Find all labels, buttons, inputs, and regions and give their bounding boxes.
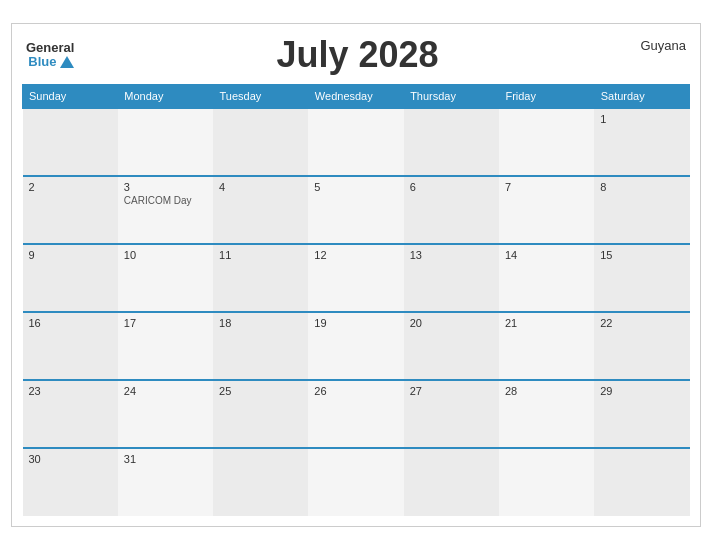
day-number: 22 — [600, 317, 683, 329]
calendar-cell: 21 — [499, 312, 594, 380]
calendar-cell — [118, 108, 213, 176]
day-number: 28 — [505, 385, 588, 397]
calendar-cell: 11 — [213, 244, 308, 312]
day-number: 8 — [600, 181, 683, 193]
calendar-cell: 24 — [118, 380, 213, 448]
day-number: 23 — [29, 385, 112, 397]
calendar-cell: 3CARICOM Day — [118, 176, 213, 244]
calendar-cell: 29 — [594, 380, 689, 448]
calendar-cell: 27 — [404, 380, 499, 448]
calendar-cell: 16 — [23, 312, 118, 380]
day-number: 3 — [124, 181, 207, 193]
calendar-cell — [404, 108, 499, 176]
calendar-week-row: 1 — [23, 108, 690, 176]
day-number: 24 — [124, 385, 207, 397]
calendar-week-row: 9101112131415 — [23, 244, 690, 312]
calendar-cell — [308, 108, 403, 176]
calendar-cell — [23, 108, 118, 176]
weekday-header-thursday: Thursday — [404, 85, 499, 109]
day-number: 26 — [314, 385, 397, 397]
calendar-cell: 15 — [594, 244, 689, 312]
calendar-cell: 4 — [213, 176, 308, 244]
calendar-cell — [499, 448, 594, 516]
calendar-cell: 2 — [23, 176, 118, 244]
day-number: 21 — [505, 317, 588, 329]
calendar-cell: 12 — [308, 244, 403, 312]
calendar-cell — [213, 448, 308, 516]
country-name: Guyana — [640, 34, 686, 53]
calendar-week-row: 23242526272829 — [23, 380, 690, 448]
day-number: 27 — [410, 385, 493, 397]
calendar-cell: 20 — [404, 312, 499, 380]
day-number: 2 — [29, 181, 112, 193]
calendar-cell: 19 — [308, 312, 403, 380]
calendar-cell: 26 — [308, 380, 403, 448]
day-number: 16 — [29, 317, 112, 329]
calendar-cell — [594, 448, 689, 516]
calendar-cell: 13 — [404, 244, 499, 312]
day-number: 7 — [505, 181, 588, 193]
calendar-cell: 22 — [594, 312, 689, 380]
calendar-cell: 28 — [499, 380, 594, 448]
day-number: 25 — [219, 385, 302, 397]
day-number: 10 — [124, 249, 207, 261]
day-number: 20 — [410, 317, 493, 329]
logo-blue-text: Blue — [28, 55, 56, 69]
day-number: 12 — [314, 249, 397, 261]
calendar-cell — [499, 108, 594, 176]
calendar-cell: 14 — [499, 244, 594, 312]
calendar-cell: 25 — [213, 380, 308, 448]
weekday-header-saturday: Saturday — [594, 85, 689, 109]
logo-general-text: General — [26, 41, 74, 55]
logo-triangle-icon — [60, 56, 74, 68]
day-number: 29 — [600, 385, 683, 397]
day-number: 9 — [29, 249, 112, 261]
calendar-cell — [308, 448, 403, 516]
weekday-header-tuesday: Tuesday — [213, 85, 308, 109]
calendar-cell: 6 — [404, 176, 499, 244]
calendar-container: General Blue July 2028 Guyana SundayMond… — [11, 23, 701, 527]
weekday-header-sunday: Sunday — [23, 85, 118, 109]
day-number: 17 — [124, 317, 207, 329]
day-number: 13 — [410, 249, 493, 261]
calendar-cell — [213, 108, 308, 176]
day-number: 18 — [219, 317, 302, 329]
weekday-header-row: SundayMondayTuesdayWednesdayThursdayFrid… — [23, 85, 690, 109]
calendar-cell: 7 — [499, 176, 594, 244]
day-number: 11 — [219, 249, 302, 261]
calendar-cell: 23 — [23, 380, 118, 448]
calendar-week-row: 16171819202122 — [23, 312, 690, 380]
calendar-cell: 30 — [23, 448, 118, 516]
weekday-header-friday: Friday — [499, 85, 594, 109]
calendar-week-row: 3031 — [23, 448, 690, 516]
calendar-grid: SundayMondayTuesdayWednesdayThursdayFrid… — [22, 84, 690, 516]
calendar-title: July 2028 — [74, 34, 640, 76]
calendar-cell: 5 — [308, 176, 403, 244]
event-label: CARICOM Day — [124, 195, 207, 206]
day-number: 15 — [600, 249, 683, 261]
logo: General Blue — [26, 41, 74, 70]
day-number: 14 — [505, 249, 588, 261]
day-number: 6 — [410, 181, 493, 193]
calendar-cell: 10 — [118, 244, 213, 312]
day-number: 19 — [314, 317, 397, 329]
calendar-cell: 18 — [213, 312, 308, 380]
calendar-header: General Blue July 2028 Guyana — [22, 34, 690, 76]
day-number: 1 — [600, 113, 683, 125]
day-number: 30 — [29, 453, 112, 465]
calendar-cell: 31 — [118, 448, 213, 516]
weekday-header-wednesday: Wednesday — [308, 85, 403, 109]
weekday-header-monday: Monday — [118, 85, 213, 109]
calendar-cell: 1 — [594, 108, 689, 176]
calendar-week-row: 23CARICOM Day45678 — [23, 176, 690, 244]
calendar-cell: 9 — [23, 244, 118, 312]
calendar-cell — [404, 448, 499, 516]
day-number: 31 — [124, 453, 207, 465]
day-number: 4 — [219, 181, 302, 193]
calendar-cell: 8 — [594, 176, 689, 244]
calendar-cell: 17 — [118, 312, 213, 380]
day-number: 5 — [314, 181, 397, 193]
